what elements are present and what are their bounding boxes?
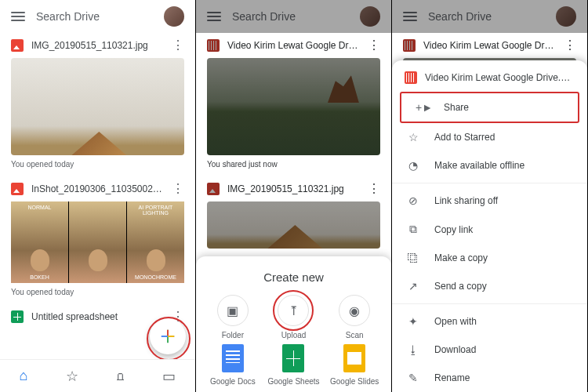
highlight-box: +►Share — [400, 92, 579, 123]
file-row[interactable]: IMG_20190515_110321.jpg ⋮ — [0, 33, 195, 58]
create-folder[interactable]: ▣Folder — [204, 295, 262, 339]
action-share[interactable]: +►Share — [401, 93, 578, 122]
nav-starred-icon[interactable]: ☆ — [66, 368, 78, 385]
link-off-icon: ⊘ — [406, 194, 420, 207]
action-link-sharing[interactable]: ⊘Link sharing off — [392, 187, 587, 215]
file-name: IMG_20190515_110321.jpg — [227, 183, 360, 194]
image-icon — [11, 39, 24, 52]
sheets-icon — [282, 344, 304, 372]
docs-icon — [222, 344, 244, 372]
create-upload[interactable]: ⤒ Upload — [265, 295, 323, 339]
slides-icon — [343, 344, 365, 372]
file-meta: You opened today — [0, 155, 195, 176]
folder-icon: ▣ — [217, 295, 249, 326]
create-sheet: Create new ▣Folder ⤒ Upload ◉Scan Google… — [196, 256, 391, 392]
sheet-title: Video Kirim Lewat Google Drive.mp4 — [425, 72, 575, 83]
more-icon: ⋮ — [564, 39, 576, 52]
video-icon — [405, 71, 417, 84]
avatar[interactable] — [164, 6, 184, 27]
nav-shared-icon[interactable]: ⩍ — [117, 368, 124, 384]
create-docs[interactable]: Google Docs — [204, 344, 262, 386]
rename-icon: ✎ — [406, 372, 420, 384]
more-icon[interactable]: ⋮ — [172, 39, 184, 52]
thumbnail[interactable] — [11, 58, 184, 155]
file-name: Untitled spreadsheet — [31, 311, 164, 322]
drive-home-panel: Search Drive IMG_20190515_110321.jpg ⋮ Y… — [0, 0, 196, 392]
actions-sheet: Video Kirim Lewat Google Drive.mp4 +►Sha… — [392, 60, 587, 392]
sheet-icon — [11, 310, 24, 323]
offline-icon: ◔ — [406, 159, 420, 172]
menu-icon[interactable] — [11, 12, 25, 21]
thumbnail — [207, 58, 380, 155]
file-row: Video Kirim Lewat Google Drive.mp4 ⋮ — [196, 33, 391, 58]
file-actions-panel: Search Drive Video Kirim Lewat Google Dr… — [392, 0, 588, 392]
nav-files-icon[interactable]: ▭ — [162, 368, 176, 385]
thumbnail[interactable]: NORMALBOKEH AI PORTRAIT LIGHTINGMONOCHRO… — [11, 201, 184, 283]
search-input: Search Drive — [232, 10, 349, 23]
more-icon: ⋮ — [368, 39, 380, 52]
avatar — [556, 6, 576, 27]
action-star[interactable]: ☆Add to Starred — [392, 123, 587, 151]
download-icon: ⭳ — [406, 343, 420, 356]
file-meta: You shared just now — [196, 155, 391, 176]
action-download[interactable]: ⭳Download — [392, 336, 587, 364]
menu-icon — [207, 12, 221, 21]
image-icon — [207, 183, 220, 195]
highlight-ring — [273, 290, 314, 331]
camera-icon: ◉ — [339, 295, 370, 326]
create-scan[interactable]: ◉Scan — [325, 295, 383, 339]
video-icon — [403, 39, 416, 52]
avatar — [360, 6, 380, 27]
action-rename[interactable]: ✎Rename — [392, 364, 587, 392]
file-row[interactable]: InShot_20190306_110350028.jpg ⋮ — [0, 176, 195, 201]
duplicate-icon: ⿻ — [406, 252, 420, 264]
search-input[interactable]: Search Drive — [36, 10, 153, 23]
action-offline[interactable]: ◔Make available offline — [392, 151, 587, 180]
sheet-title: Create new — [204, 270, 383, 284]
file-meta: You opened today — [0, 283, 195, 304]
send-icon: ↗ — [406, 280, 420, 292]
copy-icon: ⧉ — [406, 223, 420, 236]
more-icon: ⋮ — [368, 183, 380, 195]
create-slides[interactable]: Google Slides — [325, 344, 383, 386]
create-new-panel: Search Drive Video Kirim Lewat Google Dr… — [196, 0, 392, 392]
file-name: IMG_20190515_110321.jpg — [31, 40, 164, 51]
divider — [392, 183, 587, 183]
create-sheets[interactable]: Google Sheets — [265, 344, 323, 386]
more-icon[interactable]: ⋮ — [172, 183, 184, 195]
open-with-icon: ✦ — [406, 315, 420, 328]
nav-home-icon[interactable]: ⌂ — [20, 368, 28, 384]
file-name: Video Kirim Lewat Google Drive.mp4 — [227, 40, 360, 51]
file-name: InShot_20190306_110350028.jpg — [31, 183, 164, 194]
video-icon — [207, 39, 220, 52]
action-open-with[interactable]: ✦Open with — [392, 307, 587, 336]
dimmed-background: Search Drive Video Kirim Lewat Google Dr… — [196, 0, 391, 249]
image-icon — [11, 183, 24, 195]
thumbnail — [207, 201, 380, 249]
file-row: Video Kirim Lewat Google Drive.mp4 ⋮ — [392, 33, 587, 58]
action-make-copy[interactable]: ⿻Make a copy — [392, 244, 587, 272]
highlight-ring — [147, 317, 191, 361]
star-icon: ☆ — [406, 131, 420, 143]
action-copy-link[interactable]: ⧉Copy link — [392, 215, 587, 244]
menu-icon — [403, 12, 417, 21]
person-add-icon: +► — [416, 101, 430, 114]
file-row: IMG_20190515_110321.jpg ⋮ — [196, 176, 391, 201]
bottom-nav: ⌂ ☆ ⩍ ▭ — [0, 359, 195, 392]
file-name: Video Kirim Lewat Google Drive.mp4 — [423, 40, 556, 51]
topbar: Search Drive — [0, 0, 195, 33]
divider — [392, 303, 587, 304]
action-send-copy[interactable]: ↗Send a copy — [392, 272, 587, 300]
search-input: Search Drive — [428, 10, 545, 23]
sheet-header: Video Kirim Lewat Google Drive.mp4 — [392, 71, 587, 92]
